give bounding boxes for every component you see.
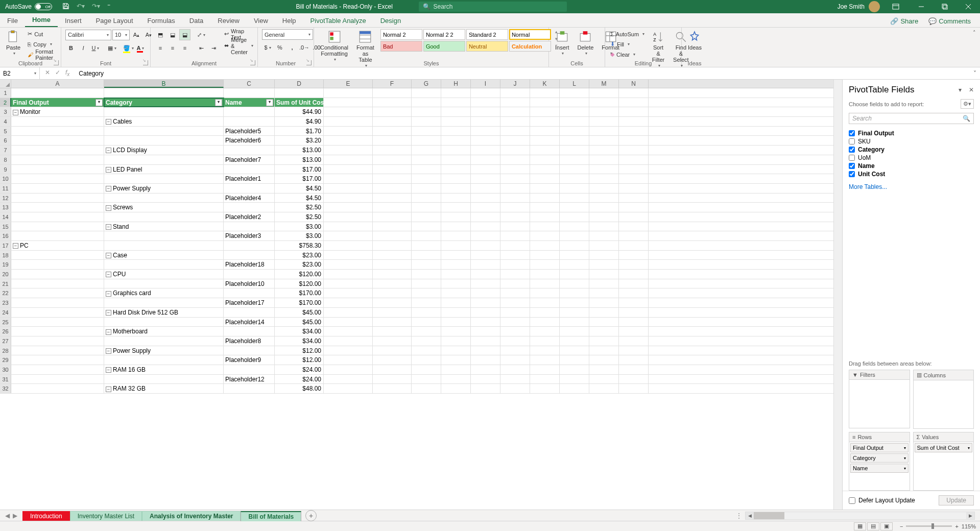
grid-cell[interactable]: [560, 222, 589, 231]
grid-cell[interactable]: [11, 308, 104, 317]
collapse-icon[interactable]: −: [106, 329, 111, 335]
grid-cell[interactable]: [560, 165, 589, 174]
grid-cell[interactable]: −RAM 16 GB: [104, 365, 224, 374]
dialog-launcher-icon[interactable]: [54, 60, 59, 65]
grid-cell[interactable]: [500, 212, 530, 222]
grid-cell[interactable]: [104, 336, 224, 346]
grid-cell[interactable]: $48.00: [275, 384, 324, 393]
grid-cell[interactable]: [530, 212, 560, 222]
collapse-icon[interactable]: −: [106, 348, 111, 354]
grid-cell[interactable]: [412, 107, 441, 116]
grid-cell[interactable]: [530, 270, 560, 279]
cell-style-option[interactable]: Normal: [509, 29, 551, 40]
pane-dropdown-icon[interactable]: ▾: [959, 86, 962, 93]
grid-cell[interactable]: [11, 318, 104, 327]
user-account[interactable]: Joe Smith: [838, 0, 910, 13]
row-header[interactable]: 7: [0, 146, 11, 155]
grid-cell[interactable]: [619, 136, 649, 145]
grid-cell[interactable]: [471, 365, 500, 374]
grid-cell[interactable]: [471, 270, 500, 279]
grid-cell[interactable]: −LCD Display: [104, 146, 224, 155]
grid-cell[interactable]: [441, 384, 471, 393]
row-header[interactable]: 23: [0, 298, 11, 307]
grid-cell[interactable]: [471, 251, 500, 260]
row-header[interactable]: 20: [0, 270, 11, 279]
grid-cell[interactable]: [619, 174, 649, 183]
grid-cell[interactable]: [324, 365, 373, 374]
grid-cell[interactable]: [441, 184, 471, 193]
grid-cell[interactable]: [560, 203, 589, 212]
grid-cell[interactable]: [412, 146, 441, 155]
grid-cell[interactable]: [471, 127, 500, 136]
grid-cell[interactable]: [373, 308, 412, 317]
redo-icon[interactable]: ↷▾: [92, 3, 100, 11]
grid-cell[interactable]: [500, 279, 530, 288]
grid-cell[interactable]: [500, 117, 530, 126]
grid-cell[interactable]: Placeholder7: [224, 155, 275, 164]
grid-cell[interactable]: −CPU: [104, 270, 224, 279]
grid-cell[interactable]: [11, 146, 104, 155]
grid-cell[interactable]: $13.00: [275, 155, 324, 164]
grid-cell[interactable]: [589, 146, 619, 155]
grid-cell[interactable]: [373, 231, 412, 240]
row-header[interactable]: 19: [0, 260, 11, 269]
grid-cell[interactable]: [412, 136, 441, 145]
grid-cell[interactable]: [619, 155, 649, 164]
grid-cell[interactable]: [619, 327, 649, 336]
grid-cell[interactable]: [530, 174, 560, 183]
grid-cell[interactable]: [412, 318, 441, 327]
grid-cell[interactable]: [500, 260, 530, 269]
grid-cell[interactable]: [324, 298, 373, 307]
column-header[interactable]: L: [560, 80, 589, 88]
grid-cell[interactable]: [500, 355, 530, 365]
grid-cell[interactable]: [11, 260, 104, 269]
grid-cell[interactable]: [589, 288, 619, 298]
grid-cell[interactable]: [471, 318, 500, 327]
grid-cell[interactable]: [500, 298, 530, 307]
grid-cell[interactable]: [412, 260, 441, 269]
grid-cell[interactable]: [11, 231, 104, 240]
grid-cell[interactable]: [589, 194, 619, 203]
grid-cell[interactable]: [500, 365, 530, 374]
grid-cell[interactable]: Placeholder9: [224, 355, 275, 365]
grid-cell[interactable]: [589, 165, 619, 174]
tab-file[interactable]: File: [0, 14, 25, 27]
rows-drop-area[interactable]: Final Output▾Category▾Name▾: [849, 442, 910, 491]
share-button[interactable]: 🔗Share: [886, 15, 922, 27]
row-header[interactable]: 2: [0, 98, 11, 107]
zoom-in-icon[interactable]: +: [955, 523, 958, 529]
grid-cell[interactable]: [324, 212, 373, 222]
paste-button[interactable]: Paste▾: [4, 29, 22, 57]
grid-cell[interactable]: [324, 184, 373, 193]
grid-cell[interactable]: [589, 231, 619, 240]
expand-formula-bar-icon[interactable]: ˅: [970, 70, 980, 77]
grid-cell[interactable]: [500, 184, 530, 193]
grid-cell[interactable]: [104, 194, 224, 203]
grid-cell[interactable]: [441, 365, 471, 374]
grid-cell[interactable]: [471, 88, 500, 98]
grid-cell[interactable]: [560, 346, 589, 355]
grid-cell[interactable]: [11, 194, 104, 203]
grid-cell[interactable]: [373, 298, 412, 307]
grid-cell[interactable]: [324, 231, 373, 240]
save-icon[interactable]: [62, 3, 69, 11]
grid-cell[interactable]: [412, 365, 441, 374]
grid-cell[interactable]: [471, 260, 500, 269]
grid-cell[interactable]: [412, 308, 441, 317]
number-format-combo[interactable]: General▾: [262, 29, 313, 40]
grid-cell[interactable]: [589, 346, 619, 355]
row-header[interactable]: 31: [0, 375, 11, 384]
filter-dropdown-icon[interactable]: ▾: [95, 99, 103, 106]
merge-center-button[interactable]: ⬌Merge & Center▾: [223, 41, 254, 51]
grid-cell[interactable]: [471, 194, 500, 203]
sheet-nav-next-icon[interactable]: ▶: [13, 512, 17, 519]
grid-cell[interactable]: [104, 88, 224, 98]
collapse-icon[interactable]: −: [106, 367, 111, 373]
grid-cell[interactable]: [412, 203, 441, 212]
cell-styles-gallery[interactable]: Normal 2Normal 2 2Standard 2NormalBadGoo…: [380, 29, 551, 52]
grid-cell[interactable]: [471, 174, 500, 183]
chevron-down-icon[interactable]: ▾: [904, 456, 906, 461]
collapse-icon[interactable]: −: [106, 387, 111, 392]
row-header[interactable]: 12: [0, 194, 11, 203]
grid-cell[interactable]: [373, 336, 412, 346]
